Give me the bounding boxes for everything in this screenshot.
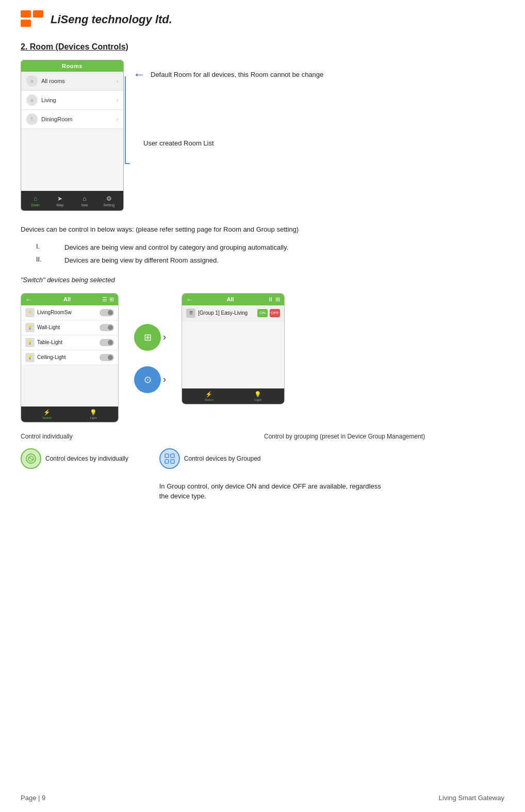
living-icon: ⌂: [26, 94, 38, 106]
bottom-map-btn[interactable]: ➤ Map: [52, 194, 68, 207]
footer-page-number: Page | 9: [21, 794, 45, 802]
label-control-individually: Control individually: [21, 433, 119, 440]
device-row-1: ⚡ LivingRoomSw: [21, 305, 118, 320]
left-bottom-light-btn[interactable]: 💡 Light: [90, 409, 97, 419]
chevron-icon-living: ›: [117, 98, 118, 103]
list-num-2: II.: [36, 255, 64, 266]
mid-buttons-area: ⊞ › ⊙ ›: [134, 293, 166, 393]
ctrl-individual-block: Control devices by individually: [21, 448, 128, 469]
list-item-2: II. Devices are being view by different …: [36, 255, 366, 266]
switch-label-right: Switch: [205, 398, 214, 401]
toggle-3[interactable]: [100, 339, 114, 346]
group-button-green[interactable]: ⊞: [134, 324, 161, 351]
diningroom-label: DiningRoom: [41, 116, 73, 122]
toggle-4[interactable]: [100, 354, 114, 361]
section-title: Room (Devices Controls): [30, 42, 128, 51]
nea-icon: ⌂: [83, 195, 86, 202]
svg-rect-0: [21, 10, 31, 18]
list-content-1: Devices are being view and control by ca…: [64, 242, 366, 253]
ctrl-grouped-block: Control devices by Grouped: [159, 448, 386, 469]
individual-icon-blue: ⊙: [144, 374, 152, 385]
rooms-diagram-area: Rooms ⌂ All rooms › ⌂ Living › 🍴 DiningR…: [21, 60, 504, 211]
group-note-text: In Group control, only device ON and dev…: [159, 481, 386, 501]
light-icon-left: 💡: [90, 409, 97, 416]
switch-area: ← All ☰ ⊞ ⚡ LivingRoomSw 💡 Wall-Light �: [21, 293, 504, 423]
individual-svg-icon: [25, 452, 37, 465]
all-rooms-label: All rooms: [41, 78, 65, 84]
device-name-4: Ceiling-Light: [37, 354, 66, 360]
left-phone-title: All: [63, 296, 71, 302]
gear-icon: ⚙: [106, 195, 112, 202]
page-header: LiSeng technology ltd.: [21, 10, 504, 31]
toggle-2[interactable]: [100, 324, 114, 331]
ctrl-grouped-icon: [159, 448, 180, 469]
device-row-2: 💡 Wall-Light: [21, 320, 118, 335]
left-bottom-switch-btn[interactable]: ⚡ Switch: [42, 409, 52, 419]
device-icon-4: 💡: [25, 353, 35, 362]
left-phone-top-icons: ☰ ⊞: [102, 296, 114, 303]
arrow-right-blue: ›: [163, 374, 166, 385]
right-control-area: Control devices by Grouped In Group cont…: [159, 448, 386, 501]
device-row-4: 💡 Ceiling-Light: [21, 350, 118, 365]
svg-rect-8: [171, 460, 174, 463]
liseng-logo-icon: [21, 10, 45, 29]
bottom-nea-btn[interactable]: ⌂ Nea: [77, 194, 92, 207]
pause-icon: ⏸: [268, 296, 273, 303]
ctrl-individual-label: Control devices by individually: [45, 455, 128, 462]
diningroom-item: 🍴 DiningRoom ›: [21, 110, 123, 129]
individual-button-blue[interactable]: ⊙: [134, 366, 161, 393]
right-bottom-switch-btn[interactable]: ⚡ Switch: [205, 391, 214, 401]
all-rooms-item: ⌂ All rooms ›: [21, 72, 123, 91]
svg-rect-7: [165, 460, 169, 463]
add-icon-right: ⊞: [275, 296, 280, 303]
map-label: Map: [56, 203, 63, 207]
living-item: ⌂ Living ›: [21, 91, 123, 110]
right-back-icon: ←: [186, 296, 193, 303]
rooms-bottom-bar: ⌂ Dash ➤ Map ⌂ Nea ⚙ Setting: [21, 191, 123, 210]
arrow-right-green: ›: [163, 332, 166, 343]
bottom-settings-btn[interactable]: ⚙ Setting: [101, 194, 117, 207]
logo-text: LiSeng technology ltd.: [51, 13, 172, 26]
svg-rect-1: [33, 10, 43, 18]
arrow-annotation-text: Default Room for all devices, this Room …: [151, 71, 323, 78]
group-icon-green: ⊞: [144, 332, 152, 343]
device-name-3: Table-Light: [37, 339, 62, 345]
right-bottom-light-btn[interactable]: 💡 Light: [254, 391, 261, 401]
group-label: [Group 1] Easy-Living: [198, 310, 248, 316]
left-phone-empty: [21, 365, 118, 407]
settings-label: Setting: [103, 203, 114, 207]
bracket-line: [125, 76, 126, 164]
home-icon: ⌂: [26, 75, 38, 87]
chevron-icon-diningroom: ›: [117, 117, 118, 122]
rooms-phone-mockup: Rooms ⌂ All rooms › ⌂ Living › 🍴 DiningR…: [21, 60, 124, 211]
dash-icon: ⌂: [34, 195, 37, 202]
list-container: I. Devices are being view and control by…: [36, 242, 504, 266]
filter-icon: ☰: [102, 296, 107, 303]
left-phone-top: ← All ☰ ⊞: [21, 294, 118, 305]
group-control-buttons: ON OFF: [257, 309, 280, 317]
group-on-btn[interactable]: ON: [257, 309, 268, 317]
right-phone-empty: [182, 321, 284, 388]
grouped-svg-icon: [163, 452, 176, 465]
right-top-icons: ⏸ ⊞: [268, 296, 280, 303]
body-paragraph: Devices can be control in below ways: (p…: [21, 224, 392, 235]
left-arrow-icon: ←: [133, 67, 145, 82]
right-phone-bottom: ⚡ Switch 💡 Light: [182, 388, 284, 404]
label-control-grouped: Control by grouping (preset in Device Gr…: [264, 433, 425, 440]
group-off-btn[interactable]: OFF: [270, 309, 280, 317]
switch-heading: "Switch" devices being selected: [21, 276, 504, 284]
bracket-annotation-text: User created Room List: [143, 139, 214, 147]
toggle-1[interactable]: [100, 309, 114, 316]
rooms-top-bar: Rooms: [21, 60, 123, 72]
blue-btn-container: ⊙ ›: [134, 366, 166, 393]
bottom-dash-btn[interactable]: ⌂ Dash: [28, 194, 43, 207]
back-arrow-icon: ←: [25, 296, 32, 303]
device-name-1: LivingRoomSw: [37, 310, 72, 315]
device-icon-2: 💡: [25, 323, 35, 332]
switch-icon-left: ⚡: [43, 409, 51, 416]
bracket-annotation: User created Room List: [143, 138, 323, 148]
annotations-container: ← Default Room for all devices, this Roo…: [133, 60, 323, 148]
phone-labels-row: Control individually Control by grouping…: [21, 433, 504, 440]
rooms-empty-space: [21, 129, 123, 191]
svg-rect-2: [21, 20, 31, 27]
